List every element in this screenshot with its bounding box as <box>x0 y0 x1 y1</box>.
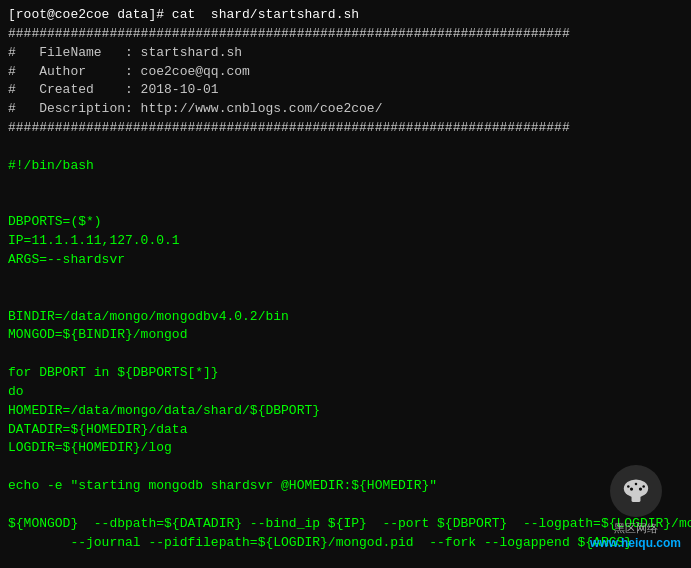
empty-line <box>8 552 683 568</box>
code-line: DBPORTS=($*) <box>8 213 683 232</box>
code-line: for DBPORT in ${DBPORTS[*]} <box>8 364 683 383</box>
code-line: ARGS=--shardsvr <box>8 251 683 270</box>
code-line: IP=11.1.1.11,127.0.0.1 <box>8 232 683 251</box>
svg-point-4 <box>627 485 630 488</box>
code-line: --journal --pidfilepath=${LOGDIR}/mongod… <box>8 534 683 553</box>
svg-point-5 <box>642 485 645 488</box>
empty-line <box>8 496 683 515</box>
svg-point-2 <box>629 487 632 490</box>
watermark-site-url: www.heiqu.com <box>590 536 681 550</box>
code-line: echo -e "starting mongodb shardsvr @HOME… <box>8 477 683 496</box>
command-line: [root@coe2coe data]# cat shard/startshar… <box>8 6 683 25</box>
code-line: #!/bin/bash <box>8 157 683 176</box>
watermark: 黑区网络 www.heiqu.com <box>590 465 681 550</box>
empty-line <box>8 138 683 157</box>
code-line: BINDIR=/data/mongo/mongodbv4.0.2/bin <box>8 308 683 327</box>
watermark-site-name: 黑区网络 <box>590 521 681 536</box>
comment-line: # Description: http://www.cnblogs.com/co… <box>8 100 683 119</box>
terminal-window: [root@coe2coe data]# cat shard/startshar… <box>0 0 691 568</box>
comment-line: # Created : 2018-10-01 <box>8 81 683 100</box>
comment-line: # FileName : startshard.sh <box>8 44 683 63</box>
watermark-text: 黑区网络 www.heiqu.com <box>590 521 681 550</box>
code-line: HOMEDIR=/data/mongo/data/shard/${DBPORT} <box>8 402 683 421</box>
hash-line: ########################################… <box>8 119 683 138</box>
empty-line <box>8 345 683 364</box>
svg-point-6 <box>634 483 637 486</box>
empty-line <box>8 289 683 308</box>
empty-line <box>8 270 683 289</box>
code-content: [root@coe2coe data]# cat shard/startshar… <box>8 6 683 568</box>
empty-line <box>8 458 683 477</box>
code-line: MONGOD=${BINDIR}/mongod <box>8 326 683 345</box>
empty-line <box>8 194 683 213</box>
hash-line: ########################################… <box>8 25 683 44</box>
code-line: ${MONGOD} --dbpath=${DATADIR} --bind_ip … <box>8 515 683 534</box>
code-line: LOGDIR=${HOMEDIR}/log <box>8 439 683 458</box>
svg-point-3 <box>638 487 641 490</box>
svg-point-0 <box>623 479 647 497</box>
code-line: DATADIR=${HOMEDIR}/data <box>8 421 683 440</box>
code-line: do <box>8 383 683 402</box>
mushroom-svg-icon <box>620 475 652 507</box>
comment-line: # Author : coe2coe@qq.com <box>8 63 683 82</box>
watermark-icon <box>610 465 662 517</box>
empty-line <box>8 176 683 195</box>
svg-rect-1 <box>631 495 640 502</box>
